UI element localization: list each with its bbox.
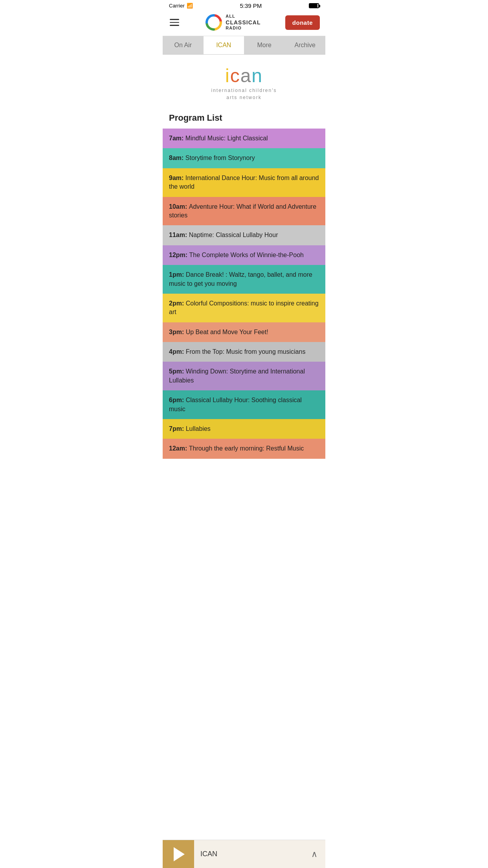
program-item: 8am: Storytime from Storynory bbox=[163, 148, 325, 168]
donate-button[interactable]: donate bbox=[285, 15, 320, 30]
ican-letter-a: a bbox=[240, 65, 252, 86]
carrier-label: Carrier bbox=[169, 3, 185, 9]
wifi-icon: 📶 bbox=[187, 3, 193, 9]
program-item: 10am: Adventure Hour: What if World and … bbox=[163, 197, 325, 226]
ican-logo-section: ican international children's arts netwo… bbox=[163, 55, 325, 109]
status-left: Carrier 📶 bbox=[169, 3, 193, 9]
ican-subtitle: international children's arts network bbox=[171, 87, 317, 101]
main-content: ican international children's arts netwo… bbox=[163, 55, 325, 490]
program-time: 12pm: bbox=[169, 252, 189, 258]
program-item: 3pm: Up Beat and Move Your Feet! bbox=[163, 322, 325, 342]
logo-classical: CLASSICAL bbox=[226, 19, 261, 26]
program-time: 7am: bbox=[169, 135, 185, 142]
menu-button[interactable] bbox=[168, 17, 181, 28]
status-time: 5:39 PM bbox=[240, 2, 262, 9]
program-time: 7pm: bbox=[169, 425, 186, 432]
ican-logo-text: ican bbox=[171, 66, 317, 85]
program-item: 2pm: Colorful Compositions: music to ins… bbox=[163, 294, 325, 322]
tab-archive[interactable]: Archive bbox=[285, 36, 326, 54]
program-time: 10am: bbox=[169, 203, 189, 210]
tab-ican[interactable]: ICAN bbox=[204, 36, 244, 54]
program-item: 9am: International Dance Hour: Music fro… bbox=[163, 168, 325, 197]
logo-svg bbox=[205, 14, 222, 31]
program-item: 11am: Naptime: Classical Lullaby Hour bbox=[163, 225, 325, 245]
program-list: 7am: Mindful Music: Light Classical8am: … bbox=[163, 129, 325, 459]
program-list-title: Program List bbox=[163, 109, 325, 129]
program-time: 6pm: bbox=[169, 397, 186, 403]
logo-radio: RADIO bbox=[226, 26, 261, 31]
app-header: ALL CLASSICAL RADIO donate bbox=[163, 11, 325, 36]
ican-letter-c: c bbox=[230, 65, 240, 86]
tab-more[interactable]: More bbox=[244, 36, 285, 54]
battery-icon bbox=[309, 3, 319, 8]
program-item: 7am: Mindful Music: Light Classical bbox=[163, 129, 325, 148]
program-time: 12am: bbox=[169, 445, 189, 452]
program-item: 12pm: The Complete Works of Winnie-the-P… bbox=[163, 245, 325, 265]
ican-letter-i: i bbox=[225, 65, 230, 86]
program-time: 4pm: bbox=[169, 348, 186, 355]
program-item: 1pm: Dance Break! : Waltz, tango, ballet… bbox=[163, 265, 325, 294]
menu-line-3 bbox=[170, 25, 179, 26]
program-item: 6pm: Classical Lullaby Hour: Soothing cl… bbox=[163, 390, 325, 419]
program-time: 5pm: bbox=[169, 368, 186, 375]
ican-letter-n: n bbox=[251, 65, 263, 86]
program-time: 2pm: bbox=[169, 300, 186, 307]
program-time: 11am: bbox=[169, 232, 189, 238]
menu-line-2 bbox=[170, 22, 179, 23]
tab-on-air[interactable]: On Air bbox=[163, 36, 204, 54]
app-logo: ALL CLASSICAL RADIO bbox=[205, 14, 261, 31]
program-time: 3pm: bbox=[169, 329, 186, 335]
program-item: 4pm: From the Top: Music from young musi… bbox=[163, 342, 325, 362]
ican-subtitle-2: arts network bbox=[226, 95, 261, 100]
battery-fill bbox=[310, 4, 317, 7]
program-time: 8am: bbox=[169, 154, 185, 161]
logo-all: ALL bbox=[226, 14, 261, 19]
tab-bar: On Air ICAN More Archive bbox=[163, 36, 325, 55]
program-time: 9am: bbox=[169, 175, 185, 181]
program-item: 5pm: Winding Down: Storytime and Interna… bbox=[163, 362, 325, 390]
program-time: 1pm: bbox=[169, 271, 186, 278]
menu-line-1 bbox=[170, 19, 179, 20]
program-item: 7pm: Lullabies bbox=[163, 419, 325, 439]
logo-text: ALL CLASSICAL RADIO bbox=[226, 14, 261, 31]
program-item: 12am: Through the early morning: Restful… bbox=[163, 439, 325, 458]
ican-subtitle-1: international children's bbox=[211, 88, 277, 93]
status-bar: Carrier 📶 5:39 PM bbox=[163, 0, 325, 11]
